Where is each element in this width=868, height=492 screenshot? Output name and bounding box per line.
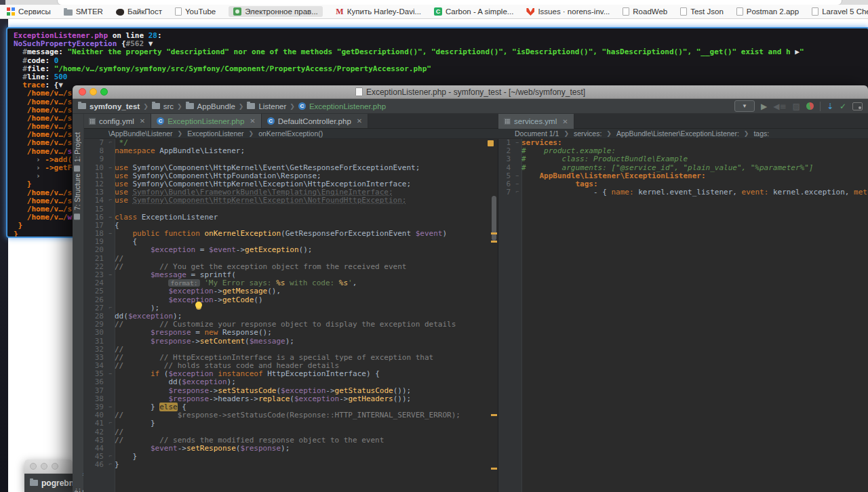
run-config-dropdown[interactable]: ▼ — [734, 100, 755, 112]
address-bar[interactable] — [57, 0, 842, 5]
browser-back-button[interactable] — [0, 0, 5, 5]
line-number[interactable]: 9 — [83, 155, 106, 163]
dump-toggle-icon[interactable]: ▼ — [149, 39, 153, 48]
diff-button[interactable] — [852, 102, 863, 110]
line-number[interactable]: 46 — [83, 461, 106, 469]
nav-breadcrumb-item[interactable]: CExceptionListener.php — [298, 102, 386, 110]
tool-window-project[interactable]: 1: Project — [73, 132, 81, 171]
fold-marker-icon[interactable]: − — [513, 180, 521, 188]
bookmark-item[interactable]: БайкПост — [116, 7, 162, 16]
bookmark-item[interactable]: Laravel 5 Cheat Sh... — [812, 7, 868, 16]
editor-tab[interactable]: CExceptionListener.php✕ — [151, 114, 262, 128]
fold-marker-icon[interactable]: − — [106, 403, 115, 411]
nav-breadcrumb-item[interactable]: Listener — [247, 102, 286, 110]
line-number[interactable]: 4 — [498, 164, 513, 172]
breadcrumb-left[interactable]: \AppBundle\Listener❯ExceptionListener❯on… — [73, 129, 488, 138]
zoom-icon[interactable] — [100, 88, 108, 96]
warning-stripe-mark[interactable] — [491, 468, 497, 470]
warning-stripe-mark[interactable] — [491, 232, 497, 234]
bookmark-item[interactable]: Test Json — [680, 7, 724, 16]
code-line[interactable]: 31 $response->setContent($message); — [83, 337, 498, 346]
line-number[interactable]: 26 — [83, 296, 106, 304]
editor-tab[interactable]: config.yml✕ — [83, 114, 151, 128]
line-number[interactable]: 42 — [83, 428, 106, 436]
dump-toggle-icon[interactable]: ▶ — [791, 47, 800, 56]
line-number[interactable]: 14 — [83, 197, 106, 205]
code-line[interactable]: 20 $exception = $event->getException(); — [83, 246, 498, 254]
breadcrumb-item[interactable]: \AppBundle\Listener — [108, 129, 173, 138]
bookmark-item[interactable]: Postman 2.app — [736, 7, 799, 16]
nav-breadcrumb-item[interactable]: symfony_test — [78, 102, 140, 110]
tab-close-icon[interactable]: ✕ — [140, 117, 145, 125]
code-line[interactable]: 18− public function onKernelException(Ge… — [83, 230, 498, 238]
code-line[interactable]: 44 $event->setResponse($response); — [83, 445, 498, 453]
code-line[interactable]: 45⌐ } — [83, 453, 498, 461]
fold-marker-icon[interactable]: ⌐ — [106, 304, 115, 312]
bookmark-item[interactable]: SMTER — [64, 7, 103, 16]
breadcrumb-item[interactable]: Document 1/1 — [515, 129, 559, 138]
fold-marker-icon[interactable]: ⌐ — [106, 461, 115, 469]
fold-marker-icon[interactable]: − — [106, 213, 115, 222]
update-project-button[interactable]: ⇣ — [827, 102, 833, 110]
code-line[interactable]: 7⌐ - { name: kernel.event_listener, even… — [498, 188, 868, 197]
editor-pane-php[interactable]: 7⌐ */8namespace AppBundle\Listener;910−u… — [83, 139, 498, 492]
line-number[interactable]: 10 — [83, 164, 106, 172]
intention-lightbulb-icon[interactable] — [195, 302, 202, 308]
line-number[interactable]: 25 — [83, 287, 106, 295]
line-number[interactable]: 21 — [83, 255, 106, 263]
line-number[interactable]: 7 — [498, 188, 513, 197]
code-line[interactable]: 46⌐} — [83, 461, 498, 469]
fold-marker-icon[interactable]: ⌐ — [106, 197, 115, 205]
editor-tab[interactable]: CDefaultController.php✕ — [262, 114, 368, 128]
fold-marker-icon[interactable]: − — [513, 139, 521, 147]
nav-breadcrumb-item[interactable]: AppBundle — [186, 102, 235, 110]
line-number[interactable]: 36 — [83, 378, 106, 386]
editor-tab[interactable]: services.yml✕ — [498, 114, 574, 129]
fold-marker-icon[interactable]: ⌐ — [106, 139, 115, 147]
code-line[interactable]: 14⌐use Symfony\Component\HttpKernel\Exce… — [83, 197, 498, 205]
mini-window-titlebar[interactable] — [24, 459, 73, 474]
inspection-status-icon[interactable] — [488, 140, 494, 146]
dump-toggle-icon[interactable]: ▼ — [58, 81, 63, 89]
line-number[interactable]: 15 — [83, 205, 106, 213]
code-line[interactable]: 8namespace AppBundle\Listener; — [83, 147, 498, 155]
line-number[interactable]: 37 — [83, 387, 106, 395]
bookmark-item[interactable]: CCarbon - A simple... — [434, 7, 513, 16]
bookmark-item[interactable]: RoadWeb — [623, 7, 667, 16]
rerun-button[interactable]: ◀≡ — [773, 102, 786, 110]
breadcrumb-right[interactable]: Document 1/1❯services:❯AppBundle\Listene… — [488, 129, 868, 138]
editor-pane-yaml[interactable]: 1−services:2# product.example:3# class: … — [498, 139, 868, 492]
breadcrumb-item[interactable]: ExceptionListener — [187, 129, 243, 138]
breadcrumb-item[interactable]: AppBundle\Listener\ExceptionListener: — [616, 129, 739, 138]
breadcrumb-item[interactable]: onKernelException() — [258, 129, 323, 138]
bookmark-item[interactable]: Сервисы — [7, 7, 51, 16]
warning-stripe-mark[interactable] — [491, 241, 497, 243]
minimize-icon[interactable] — [90, 88, 97, 96]
fold-marker-icon[interactable]: ⌐ — [106, 419, 115, 428]
fold-marker-icon[interactable]: − — [106, 230, 115, 238]
coverage-button[interactable] — [806, 102, 814, 110]
tab-close-icon[interactable]: ✕ — [250, 117, 255, 125]
fold-marker-icon[interactable]: − — [106, 370, 115, 378]
tab-close-icon[interactable]: ✕ — [562, 118, 568, 125]
close-icon[interactable] — [79, 88, 86, 96]
inactive-close-icon[interactable] — [30, 463, 37, 470]
code-line[interactable]: 41⌐ } — [83, 419, 498, 428]
breadcrumb-item[interactable]: services: — [574, 129, 601, 138]
line-number[interactable]: 20 — [83, 246, 106, 254]
fold-marker-icon[interactable]: ⌐ — [513, 188, 521, 197]
bookmark-item[interactable]: Электронное прав... — [229, 6, 323, 17]
bookmark-item[interactable]: YouTube — [175, 7, 216, 16]
fold-marker-icon[interactable]: − — [106, 271, 115, 279]
ide-titlebar[interactable]: ExceptionListener.php - symfony_test - [… — [73, 85, 868, 99]
warning-stripe-mark[interactable] — [491, 414, 497, 416]
breadcrumb-item[interactable]: tags: — [753, 129, 769, 138]
nav-breadcrumb-item[interactable]: src — [152, 102, 174, 110]
line-number[interactable]: 30 — [83, 329, 106, 337]
inactive-zoom-icon[interactable] — [52, 463, 58, 470]
fold-marker-icon[interactable]: − — [106, 164, 115, 172]
stop-button[interactable]: ▨ — [793, 102, 800, 110]
bookmark-item[interactable]: MКупить Harley-Davi... — [336, 7, 421, 16]
line-number[interactable]: 31 — [83, 337, 106, 346]
tab-close-icon[interactable]: ✕ — [357, 117, 362, 125]
